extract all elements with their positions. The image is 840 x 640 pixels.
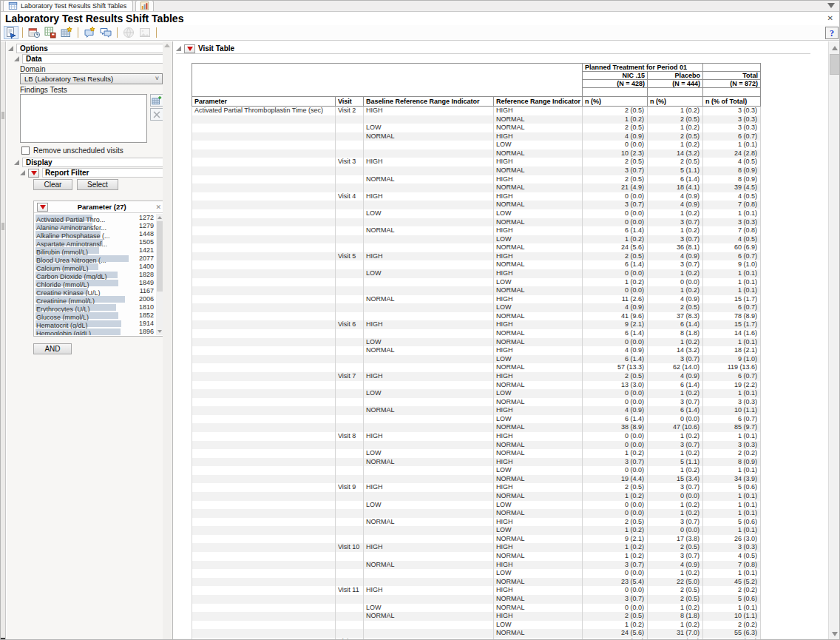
table-row[interactable]: LOW 1 (0.2) 1 (0.2) 2 (0.2)	[192, 621, 761, 630]
parameter-list-item[interactable]: Glucose (mmol/L) 1852	[35, 311, 155, 320]
table-row[interactable]: NORMAL HIGH 4 (0.9) 6 (1.4) 10 (1.1)	[192, 406, 761, 415]
panel-splitter[interactable]	[172, 41, 174, 640]
table-row[interactable]: Visit 5 HIGH HIGH 2 (0.5) 4 (0.9) 6 (0.7…	[192, 252, 761, 261]
table-row[interactable]: LOW LOW 0 (0.0) 1 (0.2) 1 (0.1)	[192, 389, 761, 398]
table-row[interactable]: NORMAL 3 (0.7) 4 (0.9) 7 (0.8)	[192, 201, 761, 209]
tab-chart[interactable]	[135, 0, 154, 11]
table-row[interactable]: NORMAL 13 (3.0) 6 (1.4) 19 (2.2)	[192, 381, 761, 390]
table-row[interactable]: NORMAL 0 (0.0) 1 (0.2) 1 (0.1)	[192, 509, 761, 518]
table-row[interactable]: Visit 7 HIGH HIGH 2 (0.5) 4 (0.9) 6 (0.7…	[192, 372, 761, 381]
table-row[interactable]: LOW LOW 0 (0.0) 1 (0.2) 1 (0.1)	[192, 209, 761, 218]
report-run-button[interactable]	[4, 26, 18, 39]
calendar-button[interactable]	[27, 26, 41, 39]
table-row[interactable]: NORMAL HIGH 11 (2.6) 4 (0.9) 15 (1.7)	[192, 295, 761, 304]
clear-button[interactable]: Clear	[33, 179, 72, 190]
table-row[interactable]: NORMAL 6 (1.4) 8 (1.8) 14 (1.6)	[192, 329, 761, 338]
table-row[interactable]: Visit 6 HIGH HIGH 9 (2.1) 6 (1.4) 15 (1.…	[192, 320, 761, 329]
scroll-up-icon[interactable]	[158, 216, 162, 219]
table-row[interactable]: LOW 6 (1.4) 0 (0.0) 6 (0.7)	[192, 415, 761, 424]
table-row[interactable]: LOW NORMAL 2 (0.5) 1 (0.2) 3 (0.3)	[192, 124, 761, 132]
parameter-list-item[interactable]: Calcium (mmol/L) 1400	[35, 263, 155, 271]
scrollbar-thumb[interactable]	[157, 221, 163, 292]
display-section[interactable]: Display	[14, 158, 163, 167]
table-row[interactable]: Visit 11 HIGH HIGH 0 (0.0) 2 (0.5) 2 (0.…	[192, 586, 761, 595]
parameter-list-item[interactable]: Erythrocytes (U/L) 1810	[35, 303, 155, 311]
parameter-list-item[interactable]: Activated Partial Thro... 1272	[35, 214, 155, 222]
report-scrollbar[interactable]	[828, 41, 840, 640]
table-row[interactable]: Visit 3 HIGH HIGH 2 (0.5) 2 (0.5) 4 (0.5…	[192, 158, 761, 166]
parameter-list-item[interactable]: Chloride (mmol/L) 1849	[35, 279, 155, 287]
table-row[interactable]: NORMAL 0 (0.0) 3 (0.7) 3 (0.3)	[192, 218, 761, 227]
tab-overflow-icon[interactable]	[827, 3, 835, 8]
report-filter-section[interactable]: Report Filter	[20, 168, 163, 178]
parameter-list-item[interactable]: Hematocrit (g/dL) 1914	[35, 320, 155, 328]
table-row[interactable]: Visit 8 HIGH HIGH 0 (0.0) 1 (0.2) 1 (0.1…	[192, 432, 761, 441]
add-table-button[interactable]	[59, 26, 74, 39]
table-row[interactable]: NORMAL HIGH 3 (0.7) 4 (0.9) 7 (0.8)	[192, 561, 761, 570]
table-row[interactable]: NORMAL 1 (0.2) 2 (0.5) 3 (0.3)	[192, 115, 761, 124]
table-row[interactable]: LOW 1 (0.2) 0 (0.0) 1 (0.1)	[192, 278, 761, 287]
collapse-triangle-icon[interactable]	[14, 56, 19, 61]
and-button[interactable]: AND	[33, 343, 72, 354]
table-row[interactable]: NORMAL 24 (5.6) 36 (8.1) 60 (6.9)	[192, 243, 761, 252]
table-row[interactable]: NORMAL 9 (2.1) 17 (3.8) 26 (3.0)	[192, 535, 761, 544]
table-row[interactable]: Visit 10 HIGH HIGH 1 (0.2) 2 (0.5) 3 (0.…	[192, 543, 761, 552]
remove-tests-button[interactable]	[150, 108, 163, 121]
table-row[interactable]: NORMAL 23 (5.4) 22 (5.0) 45 (5.2)	[192, 578, 761, 587]
table-row[interactable]: NORMAL HIGH 2 (0.5) 3 (0.7) 5 (0.6)	[192, 518, 761, 527]
table-row[interactable]: LOW 0 (0.0) 1 (0.2) 1 (0.1)	[192, 466, 761, 475]
scrollbar-thumb[interactable]	[830, 54, 840, 75]
parameter-list-item[interactable]: Creatinine (mmol/L) 2006	[35, 295, 155, 303]
table-row[interactable]: LOW 6 (1.4) 3 (0.7) 9 (1.0)	[192, 355, 761, 364]
table-row[interactable]: NORMAL 19 (4.4) 15 (3.4) 34 (3.9)	[192, 475, 761, 484]
table-row[interactable]: NORMAL 38 (8.9) 47 (10.6) 85 (9.7)	[192, 423, 761, 432]
scroll-down-icon[interactable]	[832, 632, 838, 636]
table-row[interactable]: NORMAL 1 (0.2) 0 (0.0) 1 (0.1)	[192, 492, 761, 501]
table-row[interactable]: Visit 4 HIGH HIGH 0 (0.0) 4 (0.9) 4 (0.5…	[192, 192, 761, 201]
table-row[interactable]: NORMAL 21 (4.9) 18 (4.1) 39 (4.5)	[192, 183, 761, 192]
parameter-list-item[interactable]: Bilirubin (mmol/L) 1421	[35, 246, 155, 255]
table-row[interactable]: LOW HIGH 0 (0.0) 1 (0.2) 1 (0.1)	[192, 269, 761, 278]
table-row[interactable]: NORMAL 0 (0.0) 3 (0.7) 3 (0.3)	[192, 441, 761, 450]
table-row[interactable]: LOW NORMAL 1 (0.2) 1 (0.2) 2 (0.2)	[192, 449, 761, 458]
table-row[interactable]: NORMAL 10 (2.3) 14 (3.2) 24 (2.8)	[192, 149, 761, 158]
table-row[interactable]: NORMAL 57 (13.3) 62 (14.0) 119 (13.6)	[192, 363, 761, 372]
table-row[interactable]: NORMAL HIGH 6 (1.4) 1 (0.2) 7 (0.8)	[192, 226, 761, 235]
table-row[interactable]: Visit 9 HIGH HIGH 2 (0.5) 3 (0.7) 5 (0.6…	[192, 483, 761, 492]
parameter-list-item[interactable]: Aspartate Aminotransf... 1505	[35, 238, 155, 246]
data-section[interactable]: Data	[14, 54, 163, 64]
red-triangle-menu-button[interactable]	[37, 203, 48, 212]
table-row[interactable]: LOW 0 (0.0) 1 (0.2) 1 (0.1)	[192, 141, 761, 149]
table-row[interactable]: NORMAL HIGH 2 (0.5) 6 (1.4) 8 (0.9)	[192, 175, 761, 184]
table-row[interactable]: LOW 1 (0.2) 0 (0.0) 1 (0.1)	[192, 526, 761, 535]
table-row[interactable]: NORMAL 1 (0.2) 3 (0.7) 4 (0.5)	[192, 552, 761, 561]
collapse-triangle-icon[interactable]	[176, 46, 181, 51]
new-note-button[interactable]	[82, 26, 97, 39]
table-row[interactable]: NORMAL 0 (0.0) 3 (0.7) 3 (0.3)	[192, 398, 761, 407]
checkbox[interactable]	[21, 146, 30, 155]
table-row[interactable]: LOW NORMAL 0 (0.0) 1 (0.2) 1 (0.1)	[192, 604, 761, 613]
help-button[interactable]: ?	[825, 27, 839, 39]
table-row[interactable]: NORMAL 3 (0.7) 5 (1.1) 8 (0.9)	[192, 166, 761, 175]
table-row[interactable]: NORMAL 6 (1.4) 3 (0.7) 9 (1.0)	[192, 260, 761, 269]
table-row[interactable]: LOW 1 (0.2) 3 (0.7) 4 (0.5)	[192, 235, 761, 244]
collapse-triangle-icon[interactable]	[8, 46, 13, 51]
collapse-triangle-icon[interactable]	[14, 160, 19, 165]
table-row[interactable]: LOW NORMAL 0 (0.0) 1 (0.2) 1 (0.1)	[192, 338, 761, 347]
select-button[interactable]: Select	[77, 179, 118, 190]
table-row[interactable]: LOW 4 (0.9) 2 (0.5) 6 (0.7)	[192, 303, 761, 312]
table-row[interactable]: NORMAL 41 (9.6) 37 (8.3) 78 (8.9)	[192, 312, 761, 321]
close-icon[interactable]: ✕	[155, 203, 161, 211]
red-triangle-menu-button[interactable]	[28, 169, 39, 178]
remove-unscheduled-visits-option[interactable]: Remove unscheduled visits	[21, 146, 123, 155]
findings-tests-listbox[interactable]	[20, 94, 147, 143]
table-row[interactable]: Activated Partial Thromboplastin Time (s…	[192, 107, 761, 115]
parameter-list-item[interactable]: Creatine Kinase (U/L) 1167	[35, 287, 155, 295]
domain-select[interactable]: LB (Laboratory Test Results) ˅	[20, 73, 163, 84]
close-icon[interactable]: ✕	[827, 14, 833, 22]
table-row[interactable]: NORMAL 24 (5.6) 31 (7.0) 55 (6.3)	[192, 629, 761, 638]
table-row[interactable]: NORMAL HIGH 4 (0.9) 2 (0.5) 6 (0.7)	[192, 132, 761, 141]
scroll-down-icon[interactable]	[158, 330, 162, 333]
parameter-list-item[interactable]: Alanine Aminotransfer... 1279	[35, 222, 155, 230]
collapse-triangle-icon[interactable]	[20, 170, 25, 175]
